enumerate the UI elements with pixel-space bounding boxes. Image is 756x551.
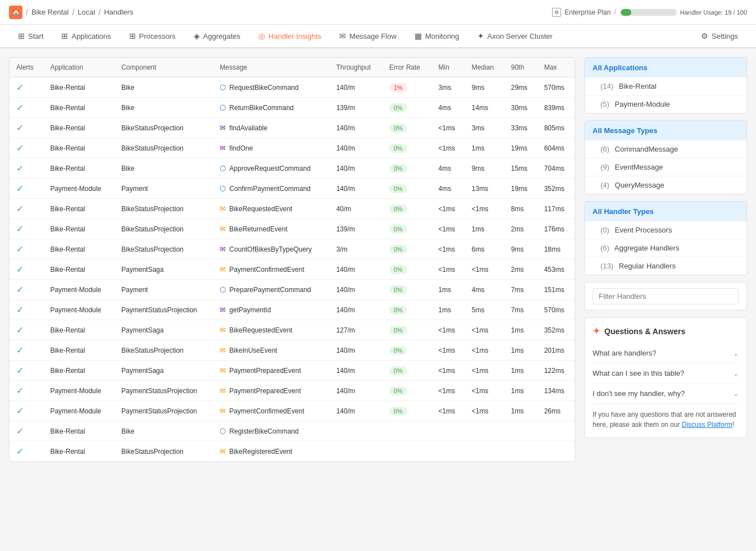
message-type-icon: ✉	[220, 447, 226, 456]
filter-handlers-card	[584, 282, 747, 311]
max-cell: 134ms	[538, 381, 575, 401]
sidebar-item-event-processors[interactable]: (0) Event Processors	[585, 221, 746, 239]
table-row[interactable]: ✓ Bike-Rental Bike ⬡ RequestBikeCommand …	[10, 78, 575, 98]
message-cell: ✉ PaymentPreparedEvent	[213, 361, 329, 381]
qa-chevron-1: ⌄	[733, 349, 739, 357]
tab-aggregates[interactable]: ◈ Aggregates	[185, 25, 250, 48]
table-row[interactable]: ✓ Bike-Rental BikeStatusProjection ✉ fin…	[10, 138, 575, 158]
table-row[interactable]: ✓ Bike-Rental Bike ⬡ RegisterBikeCommand	[10, 421, 575, 441]
table-row[interactable]: ✓ Bike-Rental BikeStatusProjection ✉ Bik…	[10, 199, 575, 219]
message-cell: ✉ PaymentConfirmedEvent	[213, 401, 329, 421]
alert-check-icon: ✓	[16, 447, 24, 456]
tab-processors[interactable]: ⊞ Processors	[120, 25, 185, 48]
tab-start[interactable]: ⊞ Start	[9, 25, 52, 48]
sidebar-item-bike-rental[interactable]: (14) Bike-Rental	[585, 78, 746, 95]
breadcrumb-handlers[interactable]: Handlers	[104, 8, 133, 16]
alert-check-icon: ✓	[16, 163, 24, 173]
tab-settings[interactable]: ⚙ Settings	[692, 25, 747, 48]
tab-axon-server[interactable]: ✦ Axon Server Cluster	[468, 25, 562, 48]
all-applications-header[interactable]: All Applications	[585, 58, 746, 78]
message-name: BikeRegisteredEvent	[229, 448, 292, 456]
error-badge: 0%	[389, 225, 407, 234]
table-row[interactable]: ✓ Payment-Module PaymentStatusProjection…	[10, 381, 575, 401]
alert-check-icon: ✓	[16, 143, 24, 153]
monitoring-icon: ▦	[415, 31, 422, 40]
sidebar-item-aggregate-handlers[interactable]: (6) Aggregate Handlers	[585, 239, 746, 257]
error-rate-cell: 0%	[382, 239, 432, 259]
message-type-icon: ✉	[220, 326, 226, 334]
median-cell: <1ms	[465, 361, 504, 381]
median-cell: <1ms	[465, 199, 504, 219]
qa-title-label: Questions & Answers	[604, 327, 685, 336]
all-handler-types-header[interactable]: All Handler Types	[585, 202, 746, 221]
sidebar: All Applications (14) Bike-Rental (5) Pa…	[584, 57, 747, 462]
table-wrapper: Alerts Application Component Message Thr…	[10, 58, 575, 461]
regular-handlers-label: Regular Handlers	[619, 262, 676, 270]
message-name: PaymentConfirmedEvent	[229, 266, 304, 274]
sidebar-item-command-message[interactable]: (6) CommandMessage	[585, 140, 746, 158]
p90-cell: 1ms	[504, 381, 538, 401]
table-row[interactable]: ✓ Bike-Rental BikeStatusProjection ✉ Bik…	[10, 219, 575, 239]
tab-applications[interactable]: ⊞ Applications	[52, 25, 120, 48]
application-cell: Bike-Rental	[43, 118, 115, 138]
settings-icon: ⚙	[701, 31, 708, 40]
filter-handlers-input[interactable]	[593, 288, 739, 304]
tab-message-flow[interactable]: ✉ Message Flow	[330, 25, 406, 48]
component-cell: PaymentStatusProjection	[115, 300, 213, 320]
throughput-cell: 3/m	[330, 239, 382, 259]
table-row[interactable]: ✓ Payment-Module PaymentStatusProjection…	[10, 300, 575, 320]
qa-item-2[interactable]: What can I see in this table? ⌄	[593, 363, 739, 384]
message-type-icon: ✉	[220, 144, 226, 152]
message-cell-inner: ⬡ ConfirmPaymentCommand	[220, 184, 322, 193]
discuss-platform-link[interactable]: Discuss Platform	[682, 421, 732, 429]
message-type-icon: ✉	[220, 124, 226, 132]
alert-cell: ✓	[10, 340, 43, 361]
alert-cell: ✓	[10, 179, 43, 199]
message-name: RegisterBikeCommand	[229, 427, 298, 435]
sidebar-item-payment-module[interactable]: (5) Payment-Module	[585, 95, 746, 113]
alert-check-icon: ✓	[16, 285, 24, 294]
p90-cell: 33ms	[504, 118, 538, 138]
table-row[interactable]: ✓ Bike-Rental PaymentSaga ✉ BikeRequeste…	[10, 320, 575, 340]
table-row[interactable]: ✓ Bike-Rental PaymentSaga ✉ PaymentPrepa…	[10, 361, 575, 381]
alert-cell: ✓	[10, 118, 43, 138]
table-row[interactable]: ✓ Payment-Module Payment ⬡ PreparePaymen…	[10, 280, 575, 300]
qa-item-3[interactable]: I don't see my handler, why? ⌄	[593, 384, 739, 404]
table-row[interactable]: ✓ Bike-Rental BikeStatusProjection ✉ fin…	[10, 118, 575, 138]
error-badge: 0%	[389, 124, 407, 133]
edit-icon[interactable]: /	[614, 8, 616, 16]
table-row[interactable]: ✓ Bike-Rental BikeStatusProjection ✉ Bik…	[10, 340, 575, 361]
error-rate-cell: 0%	[382, 179, 432, 199]
median-cell: 13ms	[465, 179, 504, 199]
table-row[interactable]: ✓ Bike-Rental BikeStatusProjection ✉ Bik…	[10, 441, 575, 462]
table-row[interactable]: ✓ Bike-Rental BikeStatusProjection ✉ Cou…	[10, 239, 575, 259]
table-row[interactable]: ✓ Payment-Module Payment ⬡ ConfirmPaymen…	[10, 179, 575, 199]
sidebar-item-event-message[interactable]: (9) EventMessage	[585, 158, 746, 176]
tab-monitoring[interactable]: ▦ Monitoring	[406, 25, 468, 48]
message-type-icon: ⬡	[220, 164, 226, 172]
sidebar-item-regular-handlers[interactable]: (13) Regular Handlers	[585, 257, 746, 275]
p90-cell: 7ms	[504, 280, 538, 300]
sidebar-item-query-message[interactable]: (4) QueryMessage	[585, 176, 746, 194]
table-row[interactable]: ✓ Bike-Rental PaymentSaga ✉ PaymentConfi…	[10, 259, 575, 280]
message-cell-inner: ✉ BikeRegisteredEvent	[220, 447, 322, 456]
error-rate-cell: 0%	[382, 340, 432, 361]
message-cell: ⬡ RequestBikeCommand	[213, 78, 329, 98]
table-row[interactable]: ✓ Bike-Rental Bike ⬡ ReturnBikeCommand 1…	[10, 98, 575, 118]
home-icon[interactable]: 🏠	[9, 6, 22, 19]
p90-cell: 1ms	[504, 320, 538, 340]
breadcrumb-bike-rental[interactable]: Bike Rental	[31, 8, 69, 16]
application-cell: Bike-Rental	[43, 199, 115, 219]
all-message-types-header[interactable]: All Message Types	[585, 121, 746, 140]
tab-handler-insights[interactable]: ◎ Handler Insights	[249, 25, 330, 48]
message-cell: ✉ CountOfBikesByTypeQuery	[213, 239, 329, 259]
max-cell: 151ms	[538, 280, 575, 300]
table-row[interactable]: ✓ Bike-Rental Bike ⬡ ApproveRequestComma…	[10, 158, 575, 179]
message-type-icon: ✉	[220, 407, 226, 415]
qa-item-1[interactable]: What are handlers? ⌄	[593, 343, 739, 363]
table-row[interactable]: ✓ Payment-Module PaymentStatusProjection…	[10, 401, 575, 421]
breadcrumb-local[interactable]: Local	[78, 8, 95, 16]
max-cell: 201ms	[538, 340, 575, 361]
usage-text: Handler Usage: 19 / 100	[680, 9, 747, 16]
plan-info: ⚙ Enterprise Plan / Handler Usage: 19 / …	[552, 8, 747, 17]
